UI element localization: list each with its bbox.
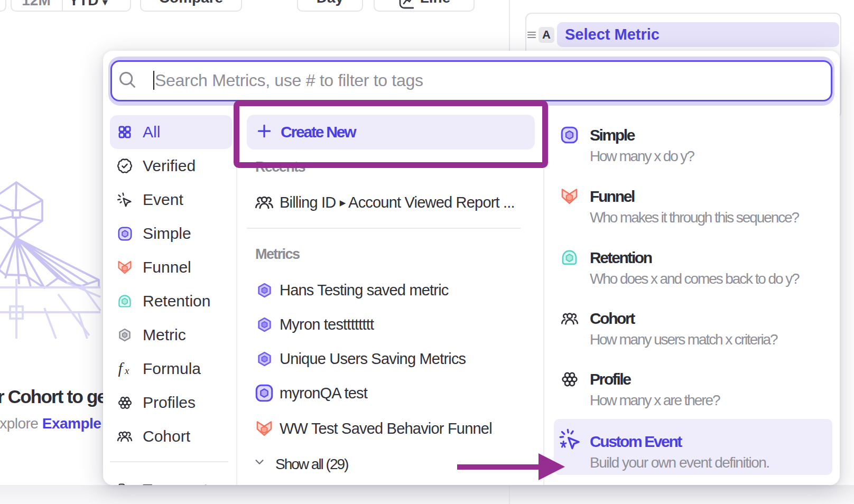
svg-text:x: x <box>124 365 129 376</box>
svg-text:f: f <box>118 361 125 377</box>
